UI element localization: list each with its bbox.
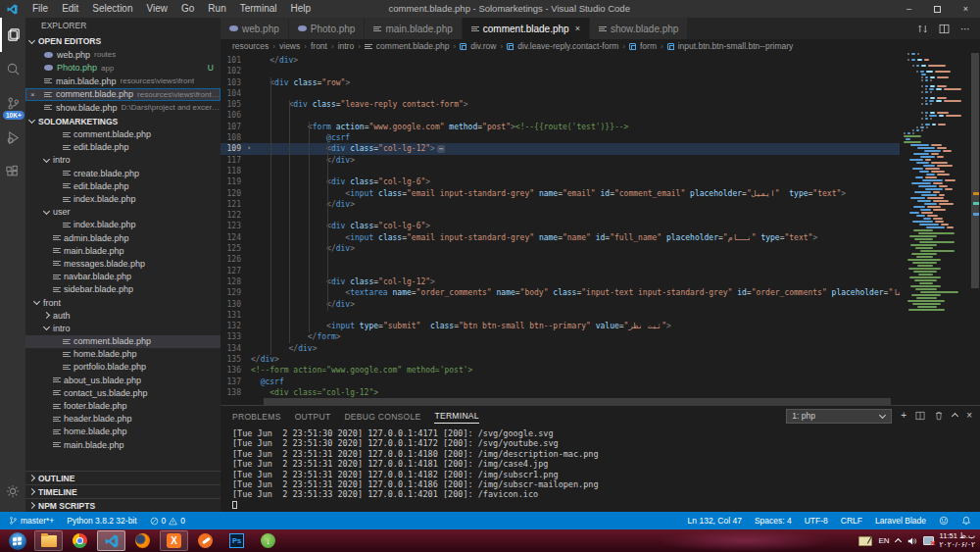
feedback-smiley-icon[interactable] bbox=[939, 516, 949, 526]
maximize-button[interactable] bbox=[923, 0, 952, 18]
breadcrumb-item[interactable]: front bbox=[311, 41, 327, 51]
eol-status[interactable]: CRLF bbox=[841, 516, 862, 526]
menu-go[interactable]: Go bbox=[174, 0, 201, 18]
minimize-button[interactable]: – bbox=[895, 0, 923, 18]
python-interpreter-status[interactable]: Python 3.8.2 32-bit bbox=[67, 516, 136, 526]
tree-item-index.blade.php[interactable]: index.blade.php bbox=[25, 219, 220, 231]
code-line-131[interactable]: 131 bbox=[220, 310, 900, 321]
tablet-pen-icon[interactable] bbox=[858, 536, 872, 546]
close-tab-icon[interactable]: × bbox=[575, 24, 580, 33]
cursor-position-status[interactable]: Ln 132, Col 47 bbox=[688, 516, 742, 526]
tree-item-footer.blade.php[interactable]: footer.blade.php bbox=[25, 399, 220, 412]
tray-expand-icon[interactable] bbox=[895, 538, 902, 545]
open-editor-web.php[interactable]: web.phproutes bbox=[25, 48, 220, 62]
code-editor[interactable]: 101 </div>102103 <div class="row">104105… bbox=[220, 53, 980, 405]
breadcrumb-item[interactable]: form bbox=[640, 41, 657, 51]
breadcrumb-item[interactable]: resources bbox=[232, 41, 269, 51]
section-timeline[interactable]: TIMELINE bbox=[25, 484, 220, 498]
breadcrumb-item[interactable]: div.row bbox=[470, 41, 496, 51]
taskbar-file-explorer[interactable] bbox=[34, 530, 63, 551]
code-line-133[interactable]: 133 </form> bbox=[220, 331, 900, 342]
split-terminal-icon[interactable] bbox=[915, 411, 925, 421]
tree-item-comment.blade.php[interactable]: comment.blade.php bbox=[25, 335, 220, 348]
editor-tab-web.php[interactable]: web.php bbox=[220, 18, 289, 39]
new-terminal-icon[interactable]: + bbox=[901, 411, 906, 421]
code-line-118[interactable]: 118 bbox=[220, 166, 900, 176]
code-line-129[interactable]: 129 <textarea name="order_comments" name… bbox=[220, 287, 900, 298]
git-branch-status[interactable]: master*+ bbox=[9, 516, 54, 526]
code-line-121[interactable]: 121 </div> bbox=[220, 199, 900, 210]
menu-file[interactable]: File bbox=[25, 0, 55, 18]
tree-item-index.blade.php[interactable]: index.blade.php bbox=[25, 192, 220, 205]
terminal-output[interactable]: [Tue Jun 2 23:51:30 2020] 127.0.0.1:4171… bbox=[220, 426, 980, 512]
tree-item-auth[interactable]: auth bbox=[25, 309, 220, 322]
clock[interactable]: 11:51 ب.ظ ۲۰۲۰/۰۶/۰۲ bbox=[940, 532, 975, 549]
language-mode-status[interactable]: Laravel Blade bbox=[875, 516, 926, 526]
tree-item-header.blade.php[interactable]: header.blade.php bbox=[25, 413, 220, 426]
breadcrumb-item[interactable]: input.btn.btn-small.btn--primary bbox=[678, 41, 794, 51]
language-indicator[interactable]: EN bbox=[878, 536, 889, 545]
editor-tab-main.blade.php[interactable]: main.blade.php bbox=[365, 18, 462, 39]
code-line-135[interactable]: 135</div> bbox=[220, 354, 900, 365]
split-editor-icon[interactable] bbox=[939, 24, 950, 34]
tree-item-portfolio.blade.php[interactable]: portfolio.blade.php bbox=[25, 361, 220, 374]
tree-item-intro[interactable]: intro bbox=[25, 322, 220, 334]
tree-item-user[interactable]: user bbox=[25, 206, 220, 219]
open-changes-icon[interactable] bbox=[917, 24, 928, 34]
tree-item-intro[interactable]: intro bbox=[25, 154, 220, 167]
tree-item-messages.blade.php[interactable]: messages.blade.php bbox=[25, 257, 220, 270]
project-section-header[interactable]: SOLOMARKETINGS bbox=[25, 115, 220, 128]
tab-problems[interactable]: PROBLEMS bbox=[232, 410, 281, 422]
tree-item-contact_us.blade.php[interactable]: contact_us.blade.php bbox=[25, 386, 220, 399]
section-npm-scripts[interactable]: NPM SCRIPTS bbox=[25, 498, 220, 512]
taskbar-vscode[interactable] bbox=[97, 530, 125, 551]
tree-item-comment.blade.php[interactable]: comment.blade.php bbox=[25, 128, 220, 141]
editor-vertical-scrollbar[interactable] bbox=[970, 53, 980, 405]
open-editor-Photo.php[interactable]: Photo.phpappU bbox=[25, 62, 220, 75]
menu-terminal[interactable]: Terminal bbox=[233, 0, 284, 18]
code-line-102[interactable]: 102 bbox=[220, 66, 900, 76]
tree-item-create.blade.php[interactable]: create.blade.php bbox=[25, 167, 220, 179]
search-icon[interactable] bbox=[0, 52, 25, 86]
code-line-128[interactable]: 128 <div class="col-lg-12"> bbox=[220, 276, 900, 287]
indentation-status[interactable]: Spaces: 4 bbox=[755, 516, 792, 526]
menu-run[interactable]: Run bbox=[201, 0, 232, 18]
code-line-105[interactable]: 105 <div class="leave-reply contact-form… bbox=[220, 99, 900, 110]
more-actions-icon[interactable]: ⋯ bbox=[960, 24, 970, 34]
run-debug-icon[interactable] bbox=[0, 121, 25, 155]
code-line-107[interactable]: 107 <form action="www.google.com" method… bbox=[220, 122, 900, 132]
fold-chevron-icon[interactable]: › bbox=[247, 143, 251, 154]
taskbar-rocket-tool[interactable] bbox=[191, 530, 220, 551]
tree-item-about_us.blade.php[interactable]: about_us.blade.php bbox=[25, 374, 220, 386]
code-line-120[interactable]: 120 <input class="email input-standard-g… bbox=[220, 188, 900, 199]
code-line-103[interactable]: 103 <div class="row"> bbox=[220, 77, 900, 88]
problems-status[interactable]: 0 0 bbox=[150, 516, 185, 526]
code-line-101[interactable]: 101 </div> bbox=[220, 55, 900, 66]
taskbar-xampp[interactable]: X bbox=[160, 530, 188, 551]
code-line-106[interactable]: 106 bbox=[220, 110, 900, 121]
network-error-icon[interactable] bbox=[923, 536, 934, 545]
kill-terminal-icon[interactable] bbox=[934, 411, 944, 421]
tab-terminal[interactable]: TERMINAL bbox=[434, 409, 478, 424]
tree-item-front[interactable]: front bbox=[25, 296, 220, 309]
code-line-137[interactable]: 137 @csrf bbox=[220, 376, 900, 387]
taskbar-firefox[interactable] bbox=[128, 530, 157, 551]
breadcrumb-item[interactable]: comment.blade.php bbox=[376, 41, 450, 51]
code-line-138[interactable]: 138 <div class="col-lg-12"> bbox=[220, 387, 900, 398]
scrollbar-thumb[interactable] bbox=[971, 53, 979, 288]
menu-help[interactable]: Help bbox=[284, 0, 318, 18]
code-line-119[interactable]: 119 <div class="col-lg-6"> bbox=[220, 176, 900, 187]
close-button[interactable]: × bbox=[952, 0, 980, 18]
editor-tab-show.blade.php[interactable]: show.blade.php bbox=[590, 18, 689, 39]
maximize-panel-icon[interactable] bbox=[953, 411, 957, 421]
close-icon[interactable]: × bbox=[30, 90, 35, 99]
code-line-136[interactable]: 136<!--form action="www.google.com" meth… bbox=[220, 365, 900, 376]
extensions-icon[interactable] bbox=[0, 155, 25, 189]
tree-item-edit.blade.php[interactable]: edit.blade.php bbox=[25, 179, 220, 192]
editor-tab-comment.blade.php[interactable]: comment.blade.php× bbox=[463, 18, 590, 39]
settings-gear-icon[interactable] bbox=[0, 474, 25, 508]
open-editor-show.blade.php[interactable]: show.blade.phpD:\Darsi\project and excer… bbox=[25, 101, 220, 115]
code-line-117[interactable]: 117 </div> bbox=[220, 155, 900, 166]
volume-icon[interactable] bbox=[906, 536, 917, 546]
code-line-123[interactable]: 123 <div class="col-lg-6"> bbox=[220, 221, 900, 231]
